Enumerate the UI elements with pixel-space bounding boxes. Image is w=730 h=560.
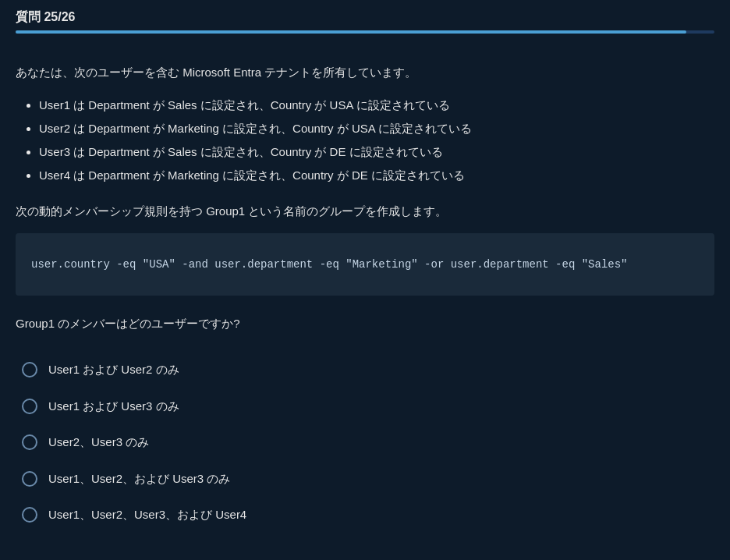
list-item: User2 は Department が Marketing に設定され、Cou… — [39, 119, 714, 138]
question-text: Group1 のメンバーはどのユーザーですか? — [16, 314, 714, 333]
intro-text: あなたは、次のユーザーを含む Microsoft Entra テナントを所有して… — [16, 63, 714, 82]
option-5[interactable]: User1、User2、User3、および User4 — [16, 497, 714, 533]
code-text: user.country -eq "USA" -and user.departm… — [31, 257, 628, 273]
option-label-1: User1 および User2 のみ — [48, 361, 179, 379]
radio-4[interactable] — [22, 471, 37, 487]
progress-bar-container — [16, 30, 714, 34]
option-3[interactable]: User2、User3 のみ — [16, 424, 714, 461]
group-description: 次の動的メンバーシップ規則を持つ Group1 という名前のグループを作成します… — [16, 202, 714, 221]
header: 質問 25/26 — [0, 0, 730, 40]
radio-1[interactable] — [22, 362, 37, 377]
radio-2[interactable] — [22, 399, 37, 414]
main-content: あなたは、次のユーザーを含む Microsoft Entra テナントを所有して… — [0, 40, 730, 549]
list-item: User1 は Department が Sales に設定され、Country… — [39, 96, 714, 115]
list-item: User3 は Department が Sales に設定され、Country… — [39, 143, 714, 161]
user-list: User1 は Department が Sales に設定され、Country… — [39, 96, 714, 185]
options-container: User1 および User2 のみ User1 および User3 のみ Us… — [16, 352, 714, 533]
progress-bar — [16, 30, 686, 34]
option-label-4: User1、User2、および User3 のみ — [48, 470, 230, 488]
option-2[interactable]: User1 および User3 のみ — [16, 388, 714, 425]
question-counter: 質問 25/26 — [16, 9, 714, 26]
option-label-2: User1 および User3 のみ — [48, 398, 179, 416]
option-label-5: User1、User2、User3、および User4 — [48, 506, 246, 524]
radio-3[interactable] — [22, 434, 37, 450]
option-1[interactable]: User1 および User2 のみ — [16, 352, 714, 388]
radio-5[interactable] — [22, 507, 37, 523]
list-item: User4 は Department が Marketing に設定され、Cou… — [39, 166, 714, 185]
option-4[interactable]: User1、User2、および User3 のみ — [16, 461, 714, 498]
option-label-3: User2、User3 のみ — [48, 434, 149, 452]
code-block: user.country -eq "USA" -and user.departm… — [16, 233, 714, 296]
